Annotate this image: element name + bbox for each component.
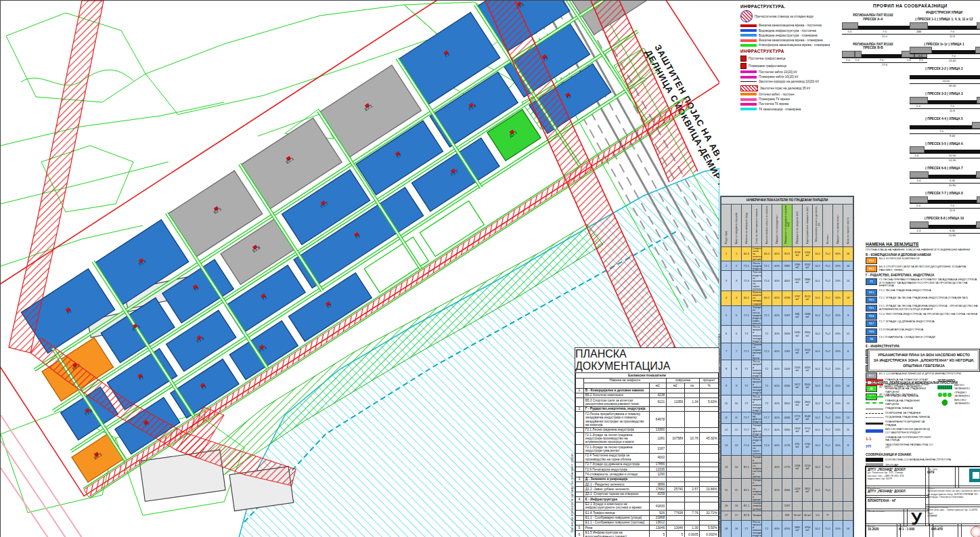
cell: 40%	[772, 479, 782, 502]
cell: -	[762, 511, 772, 520]
cell: Лесна преработувачка и помалку загадувач…	[752, 395, 762, 412]
planska-title: ПЛАНСКА ДОКУМЕНТАЦИЈА	[575, 348, 719, 372]
row-number	[576, 412, 584, 427]
symbol-swatch	[866, 408, 883, 410]
cell: 18	[843, 291, 853, 305]
profile-title: ( ПРЕСЕК 4-4 ) УЛИЦА 5	[910, 117, 979, 121]
greenery-item: ВИСОКО ЗЕЛЕНИЛО	[937, 399, 979, 405]
symbol-item: ПОДЗЕМНА ГРАДЕЖНА ЛИНИЈА	[866, 416, 933, 419]
profile-segment	[977, 196, 980, 203]
col-header: м2	[666, 383, 684, 388]
cell: 15	[843, 412, 853, 424]
dimension-swatch	[740, 81, 757, 82]
legend-label: Планирани кабли 10(20) kV	[759, 75, 799, 79]
cell: 2	[732, 261, 742, 271]
symbol-label: НУМЕРАЦИЈА НА ГРАДЕЖНИ ПАРЦЕЛИ	[885, 387, 933, 393]
cell: 8	[843, 435, 853, 456]
cell: -	[772, 501, 782, 511]
row-number	[576, 393, 584, 398]
cell: 9121	[782, 247, 793, 261]
legend-label: Атмосферска канализациона мрежа - планир…	[759, 43, 830, 47]
profile-segment	[972, 122, 980, 129]
profile-dims: 7.02.4	[910, 129, 980, 133]
cell: -	[772, 511, 782, 520]
cell: Е1.8	[742, 511, 752, 520]
cell: 26	[843, 247, 853, 261]
group-m2	[666, 492, 684, 496]
group-pct	[700, 412, 719, 427]
cell: 7	[721, 343, 732, 360]
cell: 2770	[782, 456, 793, 479]
group-pct	[700, 467, 719, 472]
cell: 10.2	[813, 326, 823, 343]
land-use-label: Б5.3 СПОРТСКИ САЛИ ЗА АТЛЕТСКИ ДИСЦИПЛИН…	[879, 265, 979, 272]
cell: Е1.1	[742, 501, 752, 511]
dim-value: 2.4	[977, 203, 980, 207]
cell: 1882 м2	[793, 520, 803, 537]
land-use-group: Е - ИНФРАСТРУКТУРА	[866, 345, 979, 348]
legend-label: Планирана ТК мрежа	[759, 98, 790, 101]
symbol-swatch	[866, 413, 883, 414]
land-use-label: Е1.1 СООБРАЌАЈНИ ЛИНИСКИ И ДРУГИ ИНФРАСТ…	[879, 372, 961, 376]
profile-segment	[910, 22, 928, 29]
group-pct	[700, 477, 719, 481]
row-number	[576, 492, 584, 496]
legend-item: Заштитен појас на далновод 35 kV	[740, 85, 841, 91]
cell: Г2.4	[762, 271, 772, 291]
row-number	[576, 520, 584, 525]
cell: Згради од дрвната индустрија	[752, 424, 762, 435]
planska-margin-note: Билансни показатели на ниво на планскиот…	[571, 353, 574, 532]
cell: 15	[721, 479, 732, 502]
profile-segment	[910, 196, 928, 203]
date-value: 10.2020	[868, 528, 899, 531]
cell: Згради од дрвната индустрија	[752, 412, 762, 424]
cell: 12	[843, 326, 853, 343]
cell: 12	[721, 424, 732, 435]
row-number	[576, 467, 584, 472]
balance-row: Г2.1 Лесна градежна индустрија13360	[576, 427, 719, 432]
cell: 40%	[772, 271, 782, 291]
cell: 512 м2	[793, 343, 803, 360]
land-use-title: НАМЕНА НА ЗЕМЈИШТЕ	[866, 242, 979, 246]
value-m2	[649, 388, 666, 393]
cell: 2920 м2	[803, 395, 813, 412]
cell: 10.2	[813, 479, 823, 502]
land-use-swatch: Г2.7	[866, 320, 877, 327]
group-pct	[700, 472, 719, 477]
col-header: Намена на земјиште	[584, 378, 666, 383]
land-use-swatch: Г2.1	[866, 289, 877, 296]
sheet-number-value: 045-979	[931, 528, 960, 531]
symbol-item: УПЗАДОЛЖИТЕЛНА РАЗРАБОТКА СО УП	[866, 444, 933, 450]
group-ha: 0.0005	[684, 530, 699, 537]
cell: 3	[732, 271, 742, 291]
land-use-swatch: Б5.2	[866, 257, 877, 264]
group-m2	[666, 472, 684, 477]
legend-swatch	[740, 34, 757, 37]
legend-swatch	[740, 108, 757, 110]
legend-swatch	[740, 76, 757, 79]
cell: 16	[843, 520, 853, 537]
transformer-icon	[740, 56, 747, 62]
dim-value: 2.0	[842, 29, 858, 33]
balance-row: 3.Д - Зеленило и рекреација	[576, 477, 719, 481]
row-label: Е2.1 Згради и комплекси на инфраструктур…	[584, 502, 650, 511]
dim-value: 2.4	[910, 228, 928, 232]
balance-row: Е1.8 Трафостаница926776367.7632.71%	[576, 511, 719, 515]
cell: 40%	[772, 395, 782, 412]
profile-diagram	[910, 47, 980, 53]
balance-row: Г2.1-Згради за лесно-градежна индустрија…	[576, 445, 719, 454]
cell: Спортски сали за атлетски дисциплини	[752, 247, 762, 261]
cell: 12	[732, 424, 742, 435]
legend-label: Водоводна инфраструктура - постоечка	[759, 29, 816, 33]
cell: 40%	[772, 360, 782, 378]
row-label: Д - Зеленило и рекреација	[584, 477, 650, 481]
infra-b-items: Постоечка трафостаницаПланирана трафоста…	[740, 56, 841, 111]
cell: -	[833, 456, 843, 479]
cell: 2	[721, 261, 732, 271]
group-ha	[684, 502, 699, 511]
cell: 14	[721, 456, 732, 479]
row-number: 1.	[576, 388, 584, 393]
group-pct	[700, 388, 719, 393]
profile-dims: 2.46.402.4	[910, 178, 980, 182]
table-row: 44Б5.2Хотелски комплекси со придружни со…	[721, 291, 853, 305]
